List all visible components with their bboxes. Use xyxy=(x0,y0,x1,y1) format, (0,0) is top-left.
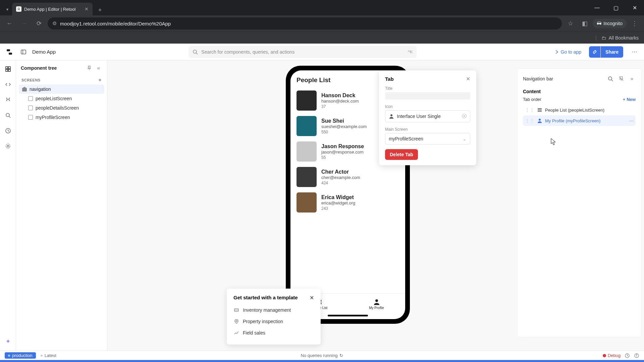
queries-status: No queries running xyxy=(301,353,338,358)
expand-panel-icon[interactable]: » xyxy=(628,73,636,84)
pin-icon[interactable] xyxy=(86,64,93,72)
main-screen-label: Main Screen xyxy=(385,127,470,132)
person-row[interactable]: Cher Actorcher@example.com424 xyxy=(290,164,405,190)
drag-handle-icon[interactable]: ⋮⋮ xyxy=(525,118,534,123)
window-maximize-icon[interactable]: ▢ xyxy=(606,1,625,14)
person-name: Sue Shei xyxy=(321,118,367,124)
search-shortcut: ^K xyxy=(408,49,413,54)
person-number: 243 xyxy=(321,206,355,211)
tab-dropdown[interactable]: ▾ xyxy=(3,3,12,15)
svg-point-20 xyxy=(608,77,612,80)
settings-rail-icon[interactable] xyxy=(3,141,13,151)
screen-item-label: myProfileScreen xyxy=(36,115,70,120)
search-rail-icon[interactable] xyxy=(3,111,13,120)
person-number: 37 xyxy=(321,104,359,109)
window-minimize-icon[interactable]: — xyxy=(588,1,606,14)
tab-order-item[interactable]: ⋮⋮People List (peopleListScreen) xyxy=(523,105,636,115)
new-tab-link[interactable]: + New xyxy=(623,97,636,102)
svg-rect-9 xyxy=(8,69,10,71)
window-close-icon[interactable]: ✕ xyxy=(625,1,644,14)
template-label: Inventory management xyxy=(243,307,291,313)
new-tab-button[interactable]: + xyxy=(95,5,105,15)
browser-tab[interactable]: R Demo App | Editor | Retool ✕ xyxy=(12,3,93,15)
address-bar[interactable]: ⚙ moodjoy1.retool.com/mobile/editor/Demo… xyxy=(48,17,562,29)
delete-tab-button[interactable]: Delete Tab xyxy=(385,149,418,160)
tab-close-icon[interactable]: ✕ xyxy=(85,6,89,12)
search-icon xyxy=(193,49,198,55)
clear-icon[interactable]: ⓧ xyxy=(462,113,467,119)
phone-tab-my-profile[interactable]: My Profile xyxy=(348,294,405,315)
template-card-title: Get started with a template xyxy=(233,295,298,300)
status-bar: production Latest No queries running ↻ D… xyxy=(0,351,644,360)
screen-item-peopleDetailsScreen[interactable]: peopleDetailsScreen xyxy=(25,103,104,113)
template-item[interactable]: Inventory management xyxy=(233,304,314,316)
release-dot-icon xyxy=(41,355,43,357)
reload-button[interactable]: ⟳ xyxy=(33,17,45,29)
user-icon xyxy=(389,114,394,119)
chevron-down-icon: ⌄ xyxy=(463,136,467,141)
global-search[interactable]: Search for components, queries, and acti… xyxy=(189,46,417,58)
person-row[interactable]: Erica Widgeterica@widget.org243 xyxy=(290,190,405,215)
side-panel-icon[interactable]: ◧ xyxy=(579,17,591,29)
site-info-icon[interactable]: ⚙ xyxy=(52,20,57,26)
back-button[interactable]: ← xyxy=(3,17,15,29)
svg-line-11 xyxy=(9,116,10,118)
drag-handle-icon[interactable]: ⋮⋮ xyxy=(525,107,534,113)
screen-item-myProfileScreen[interactable]: myProfileScreen xyxy=(25,113,104,122)
screen-item-label: peopleListScreen xyxy=(36,96,72,101)
person-number: 55 xyxy=(321,155,364,160)
bottom-accent-bar xyxy=(0,360,644,362)
screen-item-navigation[interactable]: navigation xyxy=(19,84,104,94)
template-label: Property inspection xyxy=(243,319,283,324)
panel-toggle-icon[interactable] xyxy=(18,47,29,57)
tab-order-item[interactable]: ⋮⋮My Profile (myProfileScreen)⋯ xyxy=(523,115,636,126)
url-text: moodjoy1.retool.com/mobile/editor/Demo%2… xyxy=(60,21,171,26)
svg-point-31 xyxy=(603,354,606,357)
info-status-icon[interactable] xyxy=(634,353,639,358)
screen-item-peopleListScreen[interactable]: peopleListScreen xyxy=(25,94,104,103)
inspector-search-icon[interactable] xyxy=(607,73,614,84)
svg-rect-8 xyxy=(6,69,8,71)
app-more-menu-icon[interactable]: ⋯ xyxy=(629,47,640,57)
icon-select[interactable]: Interface User Single ⓧ xyxy=(385,110,470,122)
component-tree-panel: Component tree « SCREENS + navigationpeo… xyxy=(16,60,107,351)
template-item[interactable]: Property inspection xyxy=(233,316,314,327)
screen-item-label: navigation xyxy=(30,86,51,92)
share-button[interactable]: Share xyxy=(601,46,623,58)
main-screen-select[interactable]: myProfileScreen ⌄ xyxy=(385,133,470,144)
refresh-icon[interactable]: ↻ xyxy=(339,353,343,358)
popover-close-icon[interactable]: ✕ xyxy=(466,76,470,82)
state-rail-icon[interactable] xyxy=(3,95,13,105)
browser-menu-icon[interactable]: ⋮ xyxy=(629,17,641,29)
history-status-icon[interactable] xyxy=(625,353,630,358)
person-email: jason@response.com xyxy=(321,149,364,155)
close-template-card-icon[interactable]: ✕ xyxy=(310,295,314,301)
add-screen-icon[interactable]: + xyxy=(98,77,102,83)
ai-rail-icon[interactable] xyxy=(3,337,13,347)
template-card: Get started with a template ✕ Inventory … xyxy=(227,289,321,345)
folder-icon: 🗀 xyxy=(601,35,606,41)
bookmark-star-icon[interactable]: ☆ xyxy=(565,17,577,29)
canvas-area[interactable]: People List Hanson Deckhanson@deck.com37… xyxy=(107,60,644,351)
go-to-app-button[interactable]: Go to app xyxy=(550,47,586,57)
unpin-icon[interactable] xyxy=(618,73,625,84)
history-rail-icon[interactable] xyxy=(3,126,13,135)
list-icon xyxy=(537,107,542,113)
template-label: Field sales xyxy=(243,330,265,336)
title-input[interactable] xyxy=(385,92,470,100)
release-latest[interactable]: Latest xyxy=(41,353,56,358)
debug-link[interactable]: Debug xyxy=(602,353,621,358)
components-rail-icon[interactable] xyxy=(3,64,13,74)
left-rail xyxy=(0,60,16,351)
screen-icon xyxy=(28,115,33,120)
code-rail-icon[interactable] xyxy=(3,80,13,89)
tab-item-menu-icon[interactable]: ⋯ xyxy=(629,118,634,123)
env-chip[interactable]: production xyxy=(5,352,36,359)
template-item[interactable]: Field sales xyxy=(233,327,314,339)
svg-rect-0 xyxy=(7,49,10,51)
copy-link-button[interactable] xyxy=(589,46,600,58)
all-bookmarks-link[interactable]: All Bookmarks xyxy=(609,35,639,41)
retool-logo-icon[interactable] xyxy=(4,47,15,57)
forward-button[interactable]: → xyxy=(18,17,30,29)
collapse-panel-icon[interactable]: « xyxy=(95,64,102,72)
